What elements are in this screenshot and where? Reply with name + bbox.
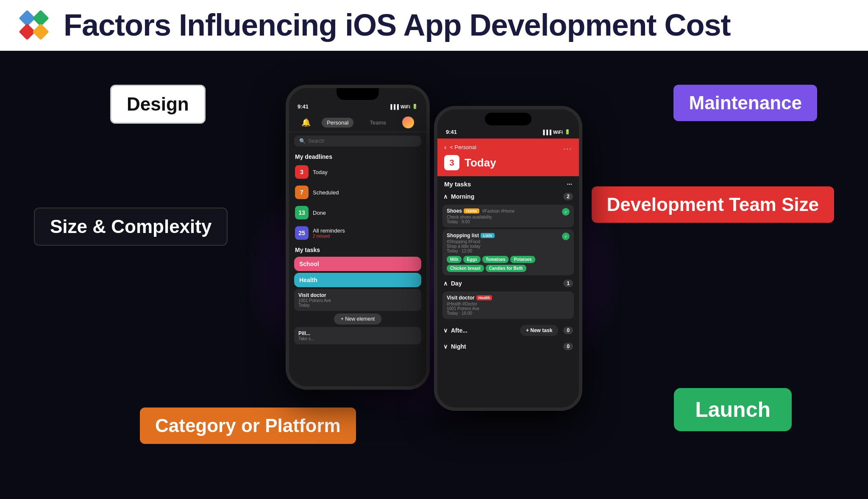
day-count: 1: [563, 280, 573, 287]
lists-tag: Lists: [481, 233, 495, 238]
day-section-header[interactable]: ∧ Day 1: [437, 277, 579, 290]
reminder-done[interactable]: 13 Done: [289, 202, 426, 223]
tasks-label: My tasks: [289, 243, 426, 255]
night-section-header[interactable]: ∨ Night 0: [437, 340, 579, 353]
tomatoes-tag: Tomatoes: [482, 256, 509, 263]
reminder-all[interactable]: 25 All reminders 2 missed: [289, 223, 426, 243]
header: Factors Influencing iOS App Development …: [0, 0, 868, 51]
reminder-today[interactable]: 3 Today: [289, 162, 426, 182]
morning-count: 2: [563, 193, 573, 200]
missed-count: 2 missed: [313, 234, 345, 238]
deadlines-label: My deadlines: [289, 150, 426, 162]
done-label: Done: [313, 210, 326, 216]
shoes-task[interactable]: Shoes Home #Fashion #Home Check shoes av…: [442, 205, 574, 227]
chevron-down-icon-day: ∧: [443, 280, 448, 287]
today-label: Today: [313, 169, 328, 175]
phone-back-notch: [337, 88, 379, 100]
done-badge: 13: [295, 206, 309, 219]
home-tag: Home: [464, 208, 479, 213]
dev-team-badge: Development Team Size: [592, 186, 834, 223]
afternoon-count: 0: [563, 327, 573, 334]
pill-task[interactable]: Pill... Take s...: [294, 327, 421, 344]
new-element-button[interactable]: + New element: [334, 313, 381, 324]
design-badge: Design: [110, 85, 206, 124]
morning-label: Morning: [451, 193, 563, 200]
day-label: Day: [451, 280, 563, 287]
dynamic-island: [485, 113, 531, 125]
visit-doctor-front-task[interactable]: Visit doctor Health #Health #Doctor 1001…: [442, 291, 574, 319]
new-task-button[interactable]: + New task: [520, 325, 558, 336]
shopping-task[interactable]: Shopping list Lists #Shopping #Food Shop…: [442, 229, 574, 275]
nav-tab-personal[interactable]: Personal: [322, 118, 353, 128]
bell-icon: 🔔: [301, 118, 311, 127]
phone-back-time: 9:41: [298, 103, 309, 110]
phone-back: 9:41 ▐▐▐ WiFi 🔋 🔔 Personal Teams: [286, 85, 430, 390]
svg-rect-3: [32, 23, 49, 40]
page-title: Factors Influencing iOS App Development …: [64, 8, 731, 42]
all-label: All reminders: [313, 227, 345, 234]
milk-tag: Milk: [447, 256, 462, 263]
tasks-header: My tasks ···: [437, 176, 579, 190]
afternoon-section-header[interactable]: ∨ Afte... + New task 0: [437, 321, 579, 340]
main-area: Design Size & Complexity Maintenance Dev…: [0, 51, 868, 499]
visit-doctor-task[interactable]: Visit doctor 1001 Potrero Ave Today: [294, 289, 421, 311]
phone-back-nav: 🔔 Personal Teams: [289, 113, 426, 132]
launch-badge: Launch: [674, 388, 792, 431]
maintenance-badge: Maintenance: [673, 85, 817, 121]
grocery-tags: Milk Eggs Tomatoes Potatoes Chicken brea…: [447, 256, 562, 272]
shopping-check: ✓: [562, 233, 570, 240]
phones-container: 9:41 ▐▐▐ WiFi 🔋 🔔 Personal Teams: [286, 72, 582, 432]
today-label: Today: [465, 156, 496, 169]
chevron-down-icon-afternoon: ∨: [443, 327, 448, 334]
phone-front-header: ‹ < Personal ... 3 Today: [437, 139, 579, 176]
size-complexity-badge: Size & Complexity: [34, 208, 228, 246]
health-label: Health: [299, 277, 317, 283]
morning-section-header[interactable]: ∧ Morning 2: [437, 190, 579, 203]
scheduled-label: Scheduled: [313, 189, 339, 196]
back-arrow-icon[interactable]: ‹: [444, 144, 446, 151]
reminder-scheduled[interactable]: 7 Scheduled: [289, 182, 426, 202]
company-logo: [17, 8, 51, 42]
eggs-tag: Eggs: [463, 256, 480, 263]
today-block: 3 Today: [444, 155, 572, 170]
all-badge: 25: [295, 226, 309, 240]
school-label: School: [299, 261, 319, 267]
my-tasks-label: My tasks: [444, 180, 471, 188]
personal-nav-title: < Personal: [450, 144, 560, 150]
night-label: Night: [451, 343, 563, 350]
front-status-icons: ▐▐▐ WiFi 🔋: [541, 129, 570, 135]
afternoon-label: Afte...: [451, 327, 515, 334]
shoes-check: ✓: [562, 208, 570, 216]
phone-front-time: 9:41: [446, 129, 457, 135]
today-badge: 3: [295, 165, 309, 179]
phone-back-content: 9:41 ▐▐▐ WiFi 🔋 🔔 Personal Teams: [289, 88, 426, 386]
night-count: 0: [563, 343, 573, 350]
today-count: 3: [444, 155, 459, 170]
search-bar[interactable]: 🔍 Search: [294, 136, 421, 147]
candy-tag: Candies for Beth: [486, 265, 526, 272]
more-options-icon[interactable]: ...: [563, 143, 572, 152]
search-icon: 🔍: [299, 138, 306, 144]
school-group[interactable]: School: [294, 257, 421, 271]
search-placeholder: Search: [308, 138, 324, 144]
scheduled-badge: 7: [295, 186, 309, 199]
tasks-more-icon[interactable]: ···: [567, 180, 572, 188]
health-tag: Health: [476, 295, 492, 300]
potatoes-tag: Potatoes: [510, 256, 535, 263]
chevron-down-icon-night: ∨: [443, 343, 448, 350]
phone-front-nav: ‹ < Personal ...: [444, 143, 572, 152]
user-avatar: [402, 116, 414, 128]
health-group[interactable]: Health: [294, 273, 421, 287]
nav-tab-teams[interactable]: Teams: [365, 118, 391, 128]
status-icons: ▐▐▐ WiFi 🔋: [389, 104, 418, 109]
chevron-down-icon: ∧: [443, 193, 448, 200]
chicken-tag: Chicken breast: [447, 265, 484, 272]
phone-front: 9:41 ▐▐▐ WiFi 🔋 ‹ < Personal ... 3 Today: [434, 106, 582, 411]
